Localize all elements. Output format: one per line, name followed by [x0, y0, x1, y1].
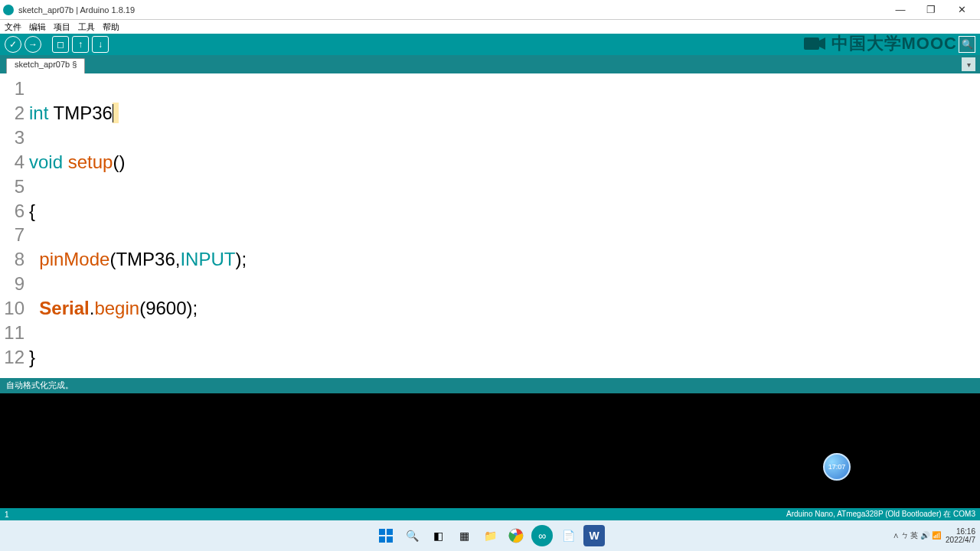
watermark: 中国大学MOOC — [804, 32, 957, 56]
svg-rect-3 — [387, 529, 393, 535]
word-icon[interactable]: W — [583, 525, 605, 546]
new-button[interactable]: ◻ — [52, 36, 69, 53]
editor-tab[interactable]: sketch_apr07b § — [6, 58, 85, 73]
app-icon — [3, 5, 14, 15]
menu-file[interactable]: 文件 — [5, 21, 21, 33]
code-editor[interactable]: 123 456 789 101112 int TMP36 void setup(… — [0, 73, 980, 378]
maximize-button[interactable]: ❐ — [916, 0, 946, 20]
board-port-info: Arduino Nano, ATmega328P (Old Bootloader… — [786, 509, 975, 520]
widgets-icon[interactable]: ▦ — [453, 525, 475, 546]
timer-overlay[interactable]: 17:07 — [823, 453, 851, 481]
svg-rect-4 — [379, 536, 385, 543]
svg-rect-2 — [379, 529, 385, 535]
minimize-button[interactable]: — — [885, 0, 916, 20]
close-button[interactable]: ✕ — [946, 0, 977, 20]
menu-tools[interactable]: 工具 — [78, 21, 95, 33]
window-title: sketch_apr07b | Arduino 1.8.19 — [18, 5, 135, 15]
windows-taskbar: 🔍 ◧ ▦ 📁 ∞ 📄 W ∧ ㄅ 英 🔊 📶 16:16 2022/4/7 — [0, 520, 980, 551]
save-button[interactable]: ↓ — [92, 36, 109, 53]
board-status-bar: 1 Arduino Nano, ATmega328P (Old Bootload… — [0, 508, 980, 520]
code-area[interactable]: int TMP36 void setup() { pinMode(TMP36,I… — [29, 73, 980, 378]
open-button[interactable]: ↑ — [72, 36, 89, 53]
timer-value: 17:07 — [828, 463, 846, 471]
camera-icon — [804, 36, 825, 56]
taskbar-clock[interactable]: 16:16 2022/4/7 — [946, 527, 975, 544]
svg-marker-1 — [819, 37, 825, 50]
window-titlebar: sketch_apr07b | Arduino 1.8.19 — ❐ ✕ — [0, 0, 980, 20]
menu-bar: 文件 编辑 项目 工具 帮助 — [0, 20, 980, 34]
start-button[interactable] — [375, 525, 397, 546]
notepad-icon[interactable]: 📄 — [557, 525, 579, 546]
status-message: 自动格式化完成。 — [6, 380, 74, 390]
menu-help[interactable]: 帮助 — [103, 21, 119, 33]
svg-rect-0 — [804, 37, 819, 50]
tray-icons[interactable]: ∧ ㄅ 英 🔊 📶 — [893, 530, 941, 541]
svg-rect-5 — [387, 536, 393, 543]
system-tray: ∧ ㄅ 英 🔊 📶 16:16 2022/4/7 — [893, 520, 975, 551]
tab-menu-button[interactable]: ▾ — [962, 57, 975, 71]
output-console[interactable] — [0, 393, 980, 508]
toolbar: ✓ → ◻ ↑ ↓ 🔍 中国大学MOOC — [0, 34, 980, 55]
serial-monitor-button[interactable]: 🔍 — [959, 36, 975, 53]
chrome-icon[interactable] — [505, 525, 527, 546]
status-line-number: 1 — [5, 510, 9, 519]
verify-button[interactable]: ✓ — [5, 36, 21, 53]
arduino-taskbar-icon[interactable]: ∞ — [531, 525, 553, 546]
line-gutter: 123 456 789 101112 — [0, 73, 29, 378]
explorer-icon[interactable]: 📁 — [479, 525, 501, 546]
task-view-icon[interactable]: ◧ — [427, 525, 449, 546]
upload-button[interactable]: → — [24, 36, 41, 53]
menu-sketch[interactable]: 项目 — [54, 21, 70, 33]
build-status: 自动格式化完成。 — [0, 378, 980, 393]
tab-strip: sketch_apr07b § ▾ — [0, 55, 980, 73]
menu-edit[interactable]: 编辑 — [29, 21, 46, 33]
search-icon[interactable]: 🔍 — [401, 525, 423, 546]
